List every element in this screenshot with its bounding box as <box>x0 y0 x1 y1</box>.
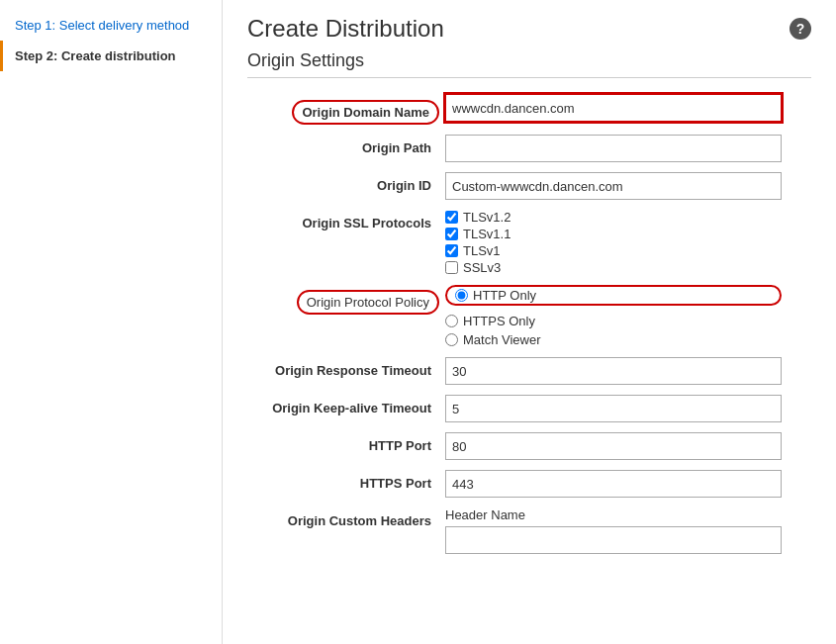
https-port-label: HTTPS Port <box>247 470 445 491</box>
origin-path-wrap <box>445 135 782 162</box>
response-timeout-input[interactable] <box>445 357 782 385</box>
custom-headers-row: Origin Custom Headers Header Name <box>247 507 811 554</box>
response-timeout-label: Origin Response Timeout <box>247 357 445 378</box>
origin-domain-input[interactable] <box>445 94 782 122</box>
keepalive-timeout-wrap <box>445 395 782 422</box>
ssl-tlsv12-item[interactable]: TLSv1.2 <box>445 210 782 225</box>
origin-id-row: Origin ID <box>247 172 811 200</box>
ssl-tlsv1-checkbox[interactable] <box>445 244 458 257</box>
match-viewer-radio[interactable] <box>445 333 458 346</box>
origin-path-input[interactable] <box>445 135 782 162</box>
sidebar: Step 1: Select delivery method Step 2: C… <box>0 0 223 644</box>
https-only-radio[interactable] <box>445 315 458 327</box>
origin-path-row: Origin Path <box>247 135 811 162</box>
ssl-tlsv11-item[interactable]: TLSv1.1 <box>445 227 782 241</box>
response-timeout-row: Origin Response Timeout <box>247 357 811 385</box>
section-title: Origin Settings <box>247 50 811 78</box>
ssl-sslv3-checkbox[interactable] <box>445 261 458 274</box>
https-port-row: HTTPS Port <box>247 470 811 498</box>
keepalive-timeout-label: Origin Keep-alive Timeout <box>247 395 445 415</box>
custom-headers-input[interactable] <box>445 526 782 554</box>
http-port-wrap <box>445 432 782 460</box>
ssl-protocols-row: Origin SSL Protocols TLSv1.2 TLSv1.1 TLS… <box>247 210 811 275</box>
ssl-tlsv12-checkbox[interactable] <box>445 211 458 224</box>
ssl-protocols-wrap: TLSv1.2 TLSv1.1 TLSv1 SSLv3 <box>445 210 782 275</box>
sidebar-item-step2[interactable]: Step 2: Create distribution <box>0 41 222 71</box>
response-timeout-wrap <box>445 357 782 385</box>
page-title: Create Distribution <box>247 15 444 43</box>
https-port-wrap <box>445 470 782 498</box>
page-header: Create Distribution ? <box>247 15 811 43</box>
match-viewer-item[interactable]: Match Viewer <box>445 332 782 347</box>
origin-id-input[interactable] <box>445 172 782 200</box>
origin-path-label: Origin Path <box>247 135 445 155</box>
custom-headers-sub-label: Header Name <box>445 507 782 522</box>
ssl-tlsv1-item[interactable]: TLSv1 <box>445 243 782 258</box>
origin-id-wrap <box>445 172 782 200</box>
https-port-input[interactable] <box>445 470 782 498</box>
origin-domain-wrap <box>445 94 782 122</box>
http-only-radio[interactable] <box>455 289 468 302</box>
sidebar-item-step1[interactable]: Step 1: Select delivery method <box>0 10 222 41</box>
ssl-tlsv11-checkbox[interactable] <box>445 228 458 240</box>
origin-domain-row: Origin Domain Name <box>247 94 811 125</box>
custom-headers-wrap: Header Name <box>445 507 782 554</box>
http-port-label: HTTP Port <box>247 432 445 453</box>
protocol-policy-wrap: HTTP Only HTTPS Only Match Viewer <box>445 285 782 347</box>
help-icon[interactable]: ? <box>790 18 811 40</box>
http-only-highlight: HTTP Only <box>445 285 782 306</box>
main-content: Create Distribution ? Origin Settings Or… <box>223 0 836 644</box>
http-port-input[interactable] <box>445 432 782 460</box>
origin-domain-label: Origin Domain Name <box>247 94 445 125</box>
ssl-sslv3-item[interactable]: SSLv3 <box>445 260 782 275</box>
http-port-row: HTTP Port <box>247 432 811 460</box>
protocol-policy-label-wrap: Origin Protocol Policy <box>247 285 445 315</box>
ssl-protocols-label: Origin SSL Protocols <box>247 210 445 230</box>
origin-id-label: Origin ID <box>247 172 445 193</box>
https-only-item[interactable]: HTTPS Only <box>445 314 782 328</box>
custom-headers-label: Origin Custom Headers <box>247 507 445 528</box>
keepalive-timeout-row: Origin Keep-alive Timeout <box>247 395 811 422</box>
protocol-policy-row: Origin Protocol Policy HTTP Only HTTPS O… <box>247 285 811 347</box>
keepalive-timeout-input[interactable] <box>445 395 782 422</box>
